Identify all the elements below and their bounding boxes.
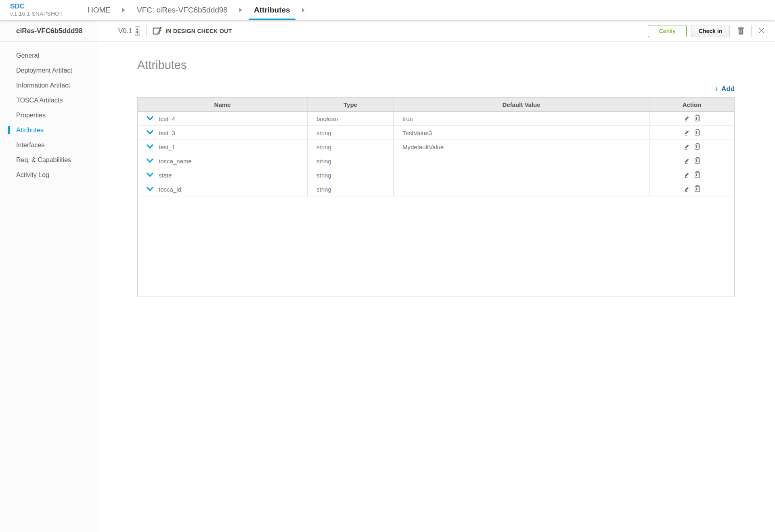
table-row-test-4: test_4booleantrue bbox=[138, 112, 734, 126]
cell-type: string bbox=[308, 140, 394, 154]
pencil-icon bbox=[684, 186, 690, 193]
expand-row-button[interactable] bbox=[147, 116, 153, 122]
pencil-icon bbox=[684, 115, 690, 123]
certify-button[interactable]: Certify bbox=[648, 25, 687, 37]
sidebar: ciRes-VFC6b5ddd98 GeneralDeployment Arti… bbox=[0, 20, 97, 532]
breadcrumb: HOMEVFC: ciRes-VFC6b5ddd98Attributes bbox=[87, 0, 316, 20]
toolbar-divider bbox=[751, 25, 752, 37]
trash-icon bbox=[694, 171, 700, 179]
cell-default-value: MydefaultValue bbox=[394, 140, 649, 154]
attribute-name: tosca_name bbox=[159, 158, 192, 165]
toolbar-actions: Certify Check in bbox=[648, 25, 775, 37]
expand-row-button[interactable] bbox=[147, 144, 153, 150]
delete-component-button[interactable] bbox=[737, 26, 745, 36]
edit-attribute-button[interactable] bbox=[684, 143, 690, 151]
breadcrumb-arrow-icon bbox=[122, 8, 125, 12]
table-body: test_4booleantruetest_3stringTestValue3t… bbox=[138, 112, 734, 196]
breadcrumb-label: HOME bbox=[88, 6, 111, 15]
column-header-type: Type bbox=[308, 98, 394, 112]
delete-attribute-button[interactable] bbox=[694, 143, 700, 151]
attribute-name: tosca_id bbox=[159, 186, 181, 193]
sidebar-item-general[interactable]: General bbox=[0, 48, 97, 63]
attributes-table: NameTypeDefault ValueAction test_4boolea… bbox=[137, 97, 735, 296]
breadcrumb-label: VFC: ciRes-VFC6b5ddd98 bbox=[137, 6, 228, 15]
breadcrumb-item-attributes[interactable]: Attributes bbox=[253, 0, 291, 20]
cell-type: string bbox=[308, 182, 394, 196]
cell-action bbox=[649, 168, 734, 182]
component-name: ciRes-VFC6b5ddd98 bbox=[16, 27, 82, 35]
sidebar-item-deployment-artifact[interactable]: Deployment Artifact bbox=[0, 63, 97, 78]
cell-name: tosca_id bbox=[138, 182, 308, 196]
check-in-button[interactable]: Check in bbox=[691, 25, 730, 37]
cell-name: state bbox=[138, 168, 308, 182]
attribute-name: test_3 bbox=[159, 129, 175, 136]
sidebar-header: ciRes-VFC6b5ddd98 bbox=[0, 20, 97, 42]
delete-attribute-button[interactable] bbox=[694, 129, 700, 137]
pencil-icon bbox=[684, 157, 690, 165]
plus-icon: + bbox=[714, 85, 719, 93]
expand-row-button[interactable] bbox=[147, 130, 153, 136]
app-logo: SDC v.1.16.1-SNAPSHOT bbox=[0, 0, 87, 20]
sidebar-item-req-capabilities[interactable]: Req. & Capabilities bbox=[0, 152, 97, 167]
cell-default-value bbox=[394, 168, 649, 182]
delete-attribute-button[interactable] bbox=[694, 185, 700, 193]
top-bar: SDC v.1.16.1-SNAPSHOT HOMEVFC: ciRes-VFC… bbox=[0, 0, 775, 20]
edit-attribute-button[interactable] bbox=[684, 171, 690, 179]
version-spinner[interactable] bbox=[135, 26, 140, 36]
chevron-down-icon bbox=[147, 186, 153, 192]
trash-icon bbox=[694, 129, 700, 137]
cell-action bbox=[649, 140, 734, 154]
app-logo-text: SDC bbox=[10, 2, 87, 10]
table-row-tosca-id: tosca_idstring bbox=[138, 182, 734, 196]
sidebar-item-activity-log[interactable]: Activity Log bbox=[0, 167, 97, 182]
add-attribute-button[interactable]: + Add bbox=[714, 85, 735, 93]
edit-attribute-button[interactable] bbox=[684, 115, 690, 123]
cell-type: boolean bbox=[308, 112, 394, 126]
expand-row-button[interactable] bbox=[147, 186, 153, 192]
sidebar-item-properties[interactable]: Properties bbox=[0, 108, 97, 123]
spinner-up-icon[interactable] bbox=[136, 28, 138, 30]
trash-icon bbox=[694, 157, 700, 165]
edit-attribute-button[interactable] bbox=[684, 186, 690, 193]
chevron-down-icon bbox=[147, 144, 153, 150]
attribute-name: test_1 bbox=[159, 144, 175, 150]
cell-default-value: true bbox=[394, 112, 649, 126]
cell-default-value bbox=[394, 154, 649, 168]
version-label: V0.1 bbox=[118, 27, 132, 35]
delete-attribute-button[interactable] bbox=[694, 157, 700, 165]
table-empty-area bbox=[138, 196, 734, 296]
add-label: Add bbox=[721, 85, 735, 93]
edit-attribute-button[interactable] bbox=[684, 157, 690, 165]
close-button[interactable] bbox=[758, 27, 765, 35]
sidebar-item-tosca-artifacts[interactable]: TOSCA Artifacts bbox=[0, 93, 97, 108]
trash-icon bbox=[694, 115, 700, 123]
spinner-down-icon[interactable] bbox=[136, 31, 138, 33]
breadcrumb-item-vfc-cires-vfc6b5ddd98[interactable]: VFC: ciRes-VFC6b5ddd98 bbox=[136, 0, 228, 20]
cell-action bbox=[649, 112, 734, 126]
page-title: Attributes bbox=[137, 58, 735, 72]
workspace: ciRes-VFC6b5ddd98 GeneralDeployment Arti… bbox=[0, 20, 775, 532]
chevron-down-icon bbox=[147, 130, 153, 136]
breadcrumb-item-home[interactable]: HOME bbox=[87, 0, 111, 20]
sidebar-item-information-artifact[interactable]: Information Artifact bbox=[0, 78, 97, 93]
expand-row-button[interactable] bbox=[147, 158, 153, 164]
edit-attribute-button[interactable] bbox=[684, 129, 690, 137]
sidebar-item-attributes[interactable]: Attributes bbox=[0, 123, 97, 138]
table-header-row: NameTypeDefault ValueAction bbox=[138, 98, 734, 112]
expand-row-button[interactable] bbox=[147, 172, 153, 178]
table-row-tosca-name: tosca_namestring bbox=[138, 154, 734, 168]
attributes-page: Attributes + Add NameTypeDefault ValueAc… bbox=[97, 42, 775, 532]
attribute-name: state bbox=[159, 172, 172, 179]
chevron-down-icon bbox=[147, 172, 153, 178]
toolbar: V0.1 IN DESIGN CHECK OUT Certify Check i… bbox=[97, 20, 775, 42]
cell-action bbox=[649, 126, 734, 140]
delete-attribute-button[interactable] bbox=[694, 171, 700, 179]
trash-icon bbox=[694, 143, 700, 151]
pencil-icon bbox=[684, 143, 690, 151]
add-row: + Add bbox=[137, 84, 735, 94]
delete-attribute-button[interactable] bbox=[694, 115, 700, 123]
cell-action bbox=[649, 154, 734, 168]
sidebar-item-interfaces[interactable]: Interfaces bbox=[0, 138, 97, 152]
toolbar-divider bbox=[146, 25, 147, 37]
pencil-icon bbox=[684, 171, 690, 179]
